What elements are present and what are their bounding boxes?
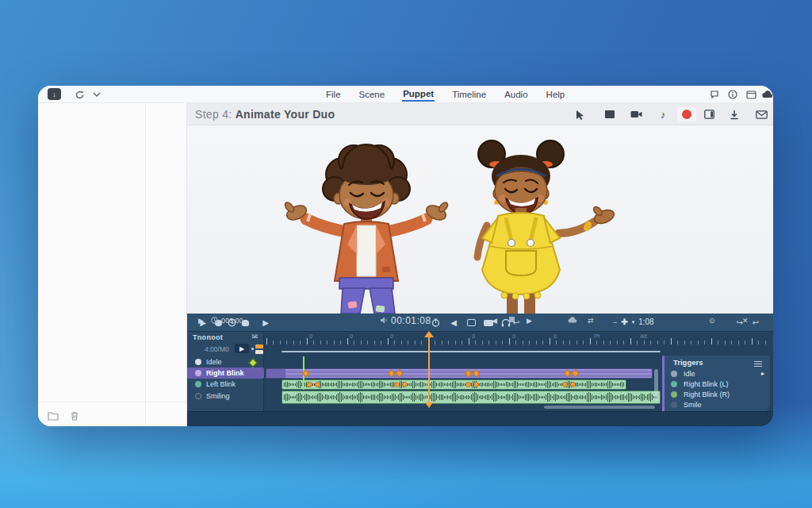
track-color-dot [195, 393, 201, 399]
main-timecode: 00:01:08 [391, 315, 431, 326]
speaker-icon[interactable] [380, 317, 388, 324]
footer-stop-icon[interactable] [509, 317, 515, 322]
app-window: ↓ File Scene Puppet Timeline Audio Help [38, 86, 773, 426]
menu-bar: File Scene Puppet Timeline Audio Help [325, 86, 565, 103]
chevron-down-icon[interactable] [90, 88, 103, 101]
smiling-track-bar[interactable] [282, 391, 661, 404]
footer-swap-icon[interactable]: ⇄ [588, 317, 594, 325]
trigger-item-right-blink-l[interactable]: Right Blink (L) [665, 379, 772, 389]
footer-close-icon[interactable]: ✕ [742, 317, 749, 325]
move-icon[interactable]: ✚ [621, 318, 627, 326]
playhead-bottom-handle[interactable] [425, 402, 433, 408]
play-from-start-icon[interactable]: ▶ [260, 318, 271, 328]
girl-character [477, 140, 616, 314]
vertical-scrollbar[interactable] [654, 369, 658, 401]
footer-time-small: 003:00 [221, 317, 243, 325]
keyframe-circle[interactable] [473, 382, 479, 387]
track-color-dot [195, 381, 201, 387]
menu-scene[interactable]: Scene [358, 88, 386, 101]
refresh-icon[interactable] [73, 88, 86, 101]
menu-puppet[interactable]: Puppet [402, 87, 435, 102]
scene-canvas[interactable] [187, 125, 773, 314]
app-icon[interactable]: ↓ [48, 88, 61, 100]
keyframe-circle[interactable] [562, 382, 568, 387]
trigger-item-right-blink-r[interactable]: Right Blink (R) [665, 389, 772, 399]
trigger-color-dot [671, 371, 677, 377]
trash-icon[interactable] [70, 411, 79, 421]
mini-time-label: 4:00/M0 [205, 345, 229, 353]
track-row-left-blink[interactable]: Left Blink [187, 379, 264, 390]
ruler-minor-ticks [266, 341, 770, 344]
timeline-footer [187, 411, 773, 426]
cream-marker[interactable] [255, 350, 263, 354]
menu-help[interactable]: Help [546, 88, 566, 101]
camera-tool-icon[interactable] [629, 107, 643, 121]
keyframe-circle[interactable] [394, 382, 400, 387]
footer-next-icon[interactable]: ▶ [527, 317, 532, 325]
folder-icon[interactable] [745, 88, 757, 101]
track-color-dot [195, 370, 201, 376]
canvas-artwork [187, 125, 773, 314]
menu-audio[interactable]: Audio [504, 88, 528, 101]
boy-character [283, 144, 449, 314]
trigger-color-dot [671, 381, 677, 387]
footer-cloud-icon[interactable] [568, 317, 577, 323]
track-color-dot [195, 359, 201, 365]
footer-clock-icon[interactable] [211, 317, 218, 324]
rectangle-tool-icon[interactable] [603, 107, 617, 121]
trigger-color-dot [671, 391, 677, 398]
footer-play-icon[interactable]: ▶ [198, 317, 204, 325]
mini-transport: 4:00/M0 ▶ [187, 344, 264, 355]
track-row-right-blink[interactable]: Right Blink [187, 368, 264, 379]
record-dot-icon [682, 110, 691, 119]
stop-icon[interactable] [465, 318, 477, 328]
hamburger-menu-icon[interactable] [754, 360, 762, 368]
footer-prev-icon[interactable]: ◀ [492, 317, 497, 325]
record-button[interactable] [677, 107, 696, 121]
trigger-item-smile[interactable]: Smile [665, 399, 772, 410]
timeline-panel: ▶ ▶ ◀ ↩ − ✚ [187, 314, 773, 426]
window-header: ↓ File Scene Puppet Timeline Audio Help [38, 86, 773, 103]
trigger-play-arrow-icon[interactable]: ▸ [761, 370, 764, 377]
keyframe-circle[interactable] [307, 382, 312, 387]
footer-target-icon[interactable]: ⊙ [709, 317, 715, 325]
timeline-panel-label: Tnonoot [193, 333, 223, 341]
minus-icon[interactable]: − [613, 318, 617, 326]
sidebar-footer-divider [38, 402, 186, 402]
keyframe-circle[interactable] [402, 382, 408, 387]
download-icon[interactable] [727, 107, 741, 121]
trigger-color-dot [671, 402, 677, 408]
track-row-smiling[interactable]: Smiling [187, 391, 264, 402]
info-icon[interactable] [726, 88, 739, 101]
panel-layout-icon[interactable] [702, 107, 716, 121]
undo-curve-icon[interactable]: ↩ [750, 318, 761, 328]
orange-marker[interactable] [255, 344, 263, 348]
notification-icon[interactable] [708, 88, 721, 101]
sidebar-divider [145, 103, 146, 426]
right-blink-track-bar[interactable] [266, 368, 653, 379]
trigger-item-idle[interactable]: Idle ▸ [665, 368, 772, 379]
triggers-title: Triggers [673, 358, 703, 367]
timeline-zoom-scrollbar[interactable] [282, 351, 661, 352]
playhead[interactable] [428, 334, 430, 407]
new-folder-icon[interactable] [48, 411, 59, 421]
audio-tool-icon[interactable]: ♪ [656, 107, 670, 121]
mini-dot-icon [251, 348, 254, 350]
keyframe-circle[interactable] [315, 382, 320, 387]
horizontal-scrollbar[interactable] [544, 406, 655, 409]
export-mail-icon[interactable] [754, 107, 768, 121]
timeline-panel-header: Tnonoot ✉ [187, 332, 264, 344]
mini-play-button[interactable]: ▶ [235, 344, 249, 353]
transport-bar [187, 314, 773, 332]
cursor-tool-icon[interactable] [573, 107, 587, 121]
menu-timeline[interactable]: Timeline [451, 88, 487, 101]
mail-icon[interactable]: ✉ [251, 333, 258, 341]
left-sidebar [38, 103, 187, 426]
keyframe-circle[interactable] [465, 382, 471, 387]
timer-icon[interactable] [430, 318, 441, 328]
playhead-top-handle[interactable] [424, 331, 434, 337]
keyframe-circle[interactable] [570, 382, 576, 387]
playhead-time: − ✚ ▾ 1:08 [613, 318, 654, 326]
menu-file[interactable]: File [325, 88, 342, 101]
rewind-icon[interactable]: ◀ [448, 318, 459, 328]
